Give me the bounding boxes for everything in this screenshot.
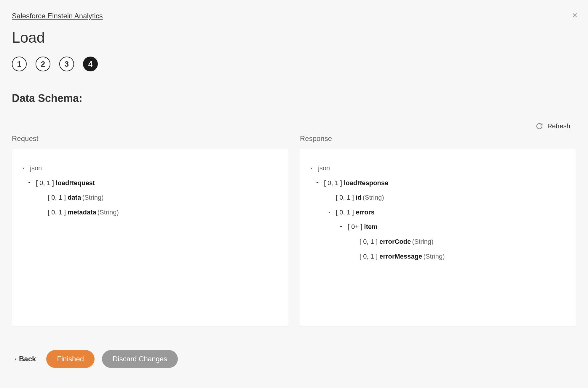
field-name: metadata	[68, 206, 96, 218]
breadcrumb[interactable]: Salesforce Einstein Analytics	[12, 12, 103, 20]
field-type: (String)	[423, 251, 445, 262]
cardinality: [ 0, 1 ]	[48, 192, 66, 203]
refresh-label: Refresh	[547, 122, 570, 130]
step-2[interactable]: 2	[36, 57, 50, 71]
request-schema-box: json [ 0, 1 ] loadRequest[ 0, 1 ] data (…	[12, 149, 288, 326]
step-4[interactable]: 4	[83, 57, 98, 71]
field-name: item	[364, 221, 378, 233]
cardinality: [ 0, 1 ]	[336, 206, 354, 218]
chevron-down-icon[interactable]	[327, 210, 333, 215]
field-name: id	[356, 192, 362, 203]
tree-node[interactable]: [ 0, 1 ] errors	[309, 205, 567, 220]
cardinality: [ 0, 1 ]	[359, 236, 378, 248]
response-schema-box: json [ 0, 1 ] loadResponse[ 0, 1 ] id (S…	[300, 149, 576, 326]
field-name: loadRequest	[56, 177, 95, 189]
field-type: (String)	[98, 206, 119, 218]
back-button[interactable]: ‹ Back	[12, 355, 39, 363]
stepper: 1 2 3 4	[12, 57, 576, 71]
field-type: (String)	[412, 236, 434, 248]
field-name: errorMessage	[379, 251, 422, 262]
page-title: Load	[12, 29, 576, 46]
step-connector	[27, 64, 36, 64]
tree-node: [ 0, 1 ] errorCode (String)	[309, 234, 567, 249]
chevron-down-icon[interactable]	[339, 225, 345, 229]
cardinality: [ 0, 1 ]	[336, 192, 354, 203]
tree-node: [ 0, 1 ] id (String)	[309, 190, 567, 205]
tree-root-label: json	[318, 162, 330, 174]
tree-node[interactable]: [ 0, 1 ] loadRequest	[21, 176, 279, 190]
chevron-down-icon[interactable]	[315, 180, 321, 185]
tree-node: [ 0, 1 ] data (String)	[21, 190, 279, 205]
tree-node: [ 0, 1 ] metadata (String)	[21, 205, 279, 220]
section-title: Data Schema:	[12, 92, 576, 105]
refresh-button[interactable]: Refresh	[536, 122, 570, 130]
step-1[interactable]: 1	[12, 57, 27, 71]
tree-node: [ 0, 1 ] errorMessage (String)	[309, 249, 567, 264]
cardinality: [ 0, 1 ]	[359, 251, 378, 262]
field-name: errorCode	[379, 236, 411, 248]
discard-button[interactable]: Discard Changes	[102, 350, 178, 368]
request-label: Request	[12, 134, 288, 143]
response-label: Response	[300, 134, 576, 143]
step-3[interactable]: 3	[59, 57, 74, 71]
chevron-down-icon[interactable]	[309, 166, 315, 171]
tree-root-label: json	[30, 162, 42, 174]
chevron-down-icon[interactable]	[21, 166, 27, 171]
tree-node[interactable]: [ 0, 1 ] loadResponse	[309, 176, 567, 190]
step-connector	[50, 64, 59, 64]
tree-root[interactable]: json	[309, 161, 567, 176]
cardinality: [ 0, 1 ]	[48, 206, 66, 218]
field-name: data	[68, 192, 81, 203]
field-name: loadResponse	[344, 177, 388, 189]
field-name: errors	[356, 206, 375, 218]
chevron-left-icon: ‹	[15, 356, 17, 362]
refresh-icon	[536, 123, 543, 130]
tree-root[interactable]: json	[21, 161, 279, 176]
close-icon[interactable]: ×	[572, 10, 578, 20]
cardinality: [ 0, 1 ]	[324, 177, 342, 189]
cardinality: [ 0+ ]	[348, 221, 362, 233]
step-connector	[74, 64, 83, 64]
chevron-down-icon[interactable]	[27, 180, 33, 185]
field-type: (String)	[82, 192, 103, 203]
finished-button[interactable]: Finished	[46, 350, 95, 368]
cardinality: [ 0, 1 ]	[36, 177, 54, 189]
field-type: (String)	[363, 192, 384, 203]
back-label: Back	[19, 355, 36, 363]
tree-node[interactable]: [ 0+ ] item	[309, 219, 567, 234]
